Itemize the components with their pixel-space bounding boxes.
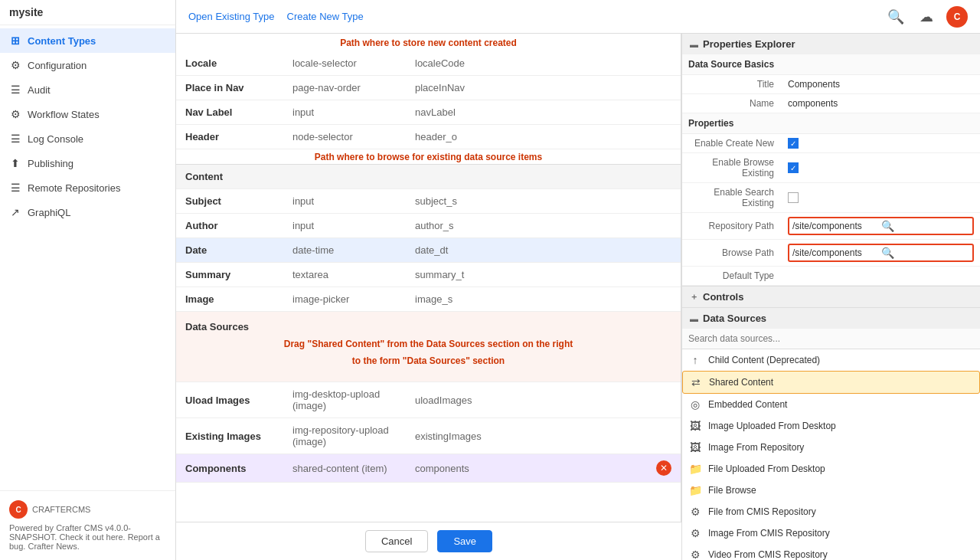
ds-item-image-repo[interactable]: 🖼 Image From Repository bbox=[682, 437, 980, 458]
browse-path-input[interactable]: /site/components 🔍 bbox=[788, 244, 974, 262]
ds-item-embedded-content[interactable]: ◎ Embedded Content bbox=[682, 394, 980, 415]
sidebar-item-graphiql[interactable]: ↗ GraphiQL bbox=[0, 200, 175, 224]
data-sources-right-header[interactable]: ▬ Data Sources bbox=[682, 308, 980, 329]
collapse-icon: ▬ bbox=[690, 40, 698, 49]
prop-row-name: Name components bbox=[682, 94, 980, 113]
field-type: textarea bbox=[283, 263, 406, 287]
table-row: Locale locale-selector localeCode bbox=[176, 51, 681, 76]
ds-item-video-cmis[interactable]: ⚙ Video From CMIS Repository bbox=[682, 544, 980, 560]
field-type: img-repository-upload(image) bbox=[283, 418, 406, 454]
grid-icon: ⊞ bbox=[9, 34, 21, 47]
enable-browse-checkbox[interactable]: ✓ bbox=[788, 162, 799, 173]
field-type: input bbox=[283, 214, 406, 238]
prop-label: Default Type bbox=[682, 267, 782, 286]
sidebar-item-log-console[interactable]: ☰ Log Console bbox=[0, 126, 175, 151]
delete-button[interactable]: ✕ bbox=[656, 460, 671, 476]
crafter-icon[interactable]: C bbox=[946, 6, 968, 28]
ds-item-file-cmis[interactable]: ⚙ File from CMIS Repository bbox=[682, 501, 980, 522]
prop-row-repo-path: Repository Path /site/components 🔍 bbox=[682, 213, 980, 240]
ds-item-child-content[interactable]: ↑ Child Content (Deprecated) bbox=[682, 349, 980, 371]
field-name: Image bbox=[176, 287, 283, 312]
field-name: Author bbox=[176, 214, 283, 238]
data-sources-table: Data Sources Drag "Shared Content" from … bbox=[176, 312, 681, 483]
crafter-logo-text: CRAFTERCMS bbox=[32, 505, 90, 514]
field-name: Locale bbox=[176, 51, 283, 76]
prop-row-enable-create: Enable Create New ✓ bbox=[682, 134, 980, 153]
data-sources-label-cell: Data Sources Drag "Shared Content" from … bbox=[176, 312, 681, 382]
ds-item-file-browse[interactable]: 📁 File Browse bbox=[682, 480, 980, 501]
open-existing-type-link[interactable]: Open Existing Type bbox=[188, 11, 275, 22]
field-type: img-desktop-upload(image) bbox=[283, 382, 406, 418]
field-var: image_s bbox=[406, 287, 681, 312]
ds-item-image-cmis[interactable]: ⚙ Image From CMIS Repository bbox=[682, 522, 980, 544]
prop-value: components bbox=[782, 94, 980, 113]
field-name: Place in Nav bbox=[176, 76, 283, 100]
table-row: Image image-picker image_s bbox=[176, 287, 681, 312]
data-sources-right-label: Data Sources bbox=[703, 313, 766, 324]
graphiql-icon: ↗ bbox=[9, 206, 21, 218]
field-name: Header bbox=[176, 125, 283, 149]
prop-value: ✓ bbox=[782, 153, 980, 183]
enable-create-checkbox[interactable]: ✓ bbox=[788, 138, 799, 149]
table-row-highlighted: Date date-time date_dt bbox=[176, 238, 681, 263]
prop-row-title: Title Components bbox=[682, 75, 980, 94]
prop-row-default-type: Default Type bbox=[682, 267, 980, 286]
table-row: Place in Nav page-nav-order placeInNav bbox=[176, 76, 681, 100]
field-name: Components bbox=[176, 454, 283, 483]
section-header-content: Content bbox=[176, 165, 681, 189]
field-var: header_o bbox=[406, 125, 681, 149]
search-icon[interactable]: 🔍 bbox=[885, 6, 906, 28]
enable-search-checkbox[interactable] bbox=[788, 192, 799, 203]
ds-item-file-desktop[interactable]: 📁 File Uploaded From Desktop bbox=[682, 458, 980, 480]
field-type: date-time bbox=[283, 238, 406, 263]
table-row: Header node-selector header_o bbox=[176, 125, 681, 149]
field-name: Uload Images bbox=[176, 382, 283, 418]
sidebar-item-content-types[interactable]: ⊞ Content Types bbox=[0, 28, 175, 53]
fields-table-top: Locale locale-selector localeCode Place … bbox=[176, 51, 681, 149]
cancel-button[interactable]: Cancel bbox=[365, 530, 428, 552]
sidebar-item-label: GraphiQL bbox=[28, 207, 70, 218]
sidebar-item-remote-repositories[interactable]: ☰ Remote Repositories bbox=[0, 175, 175, 200]
save-button[interactable]: Save bbox=[437, 530, 492, 552]
properties-explorer-header[interactable]: ▬ Properties Explorer bbox=[682, 34, 980, 54]
field-var: existingImages bbox=[406, 418, 681, 454]
ds-item-image-desktop[interactable]: 🖼 Image Uploaded From Desktop bbox=[682, 415, 980, 437]
sidebar-item-label: Content Types bbox=[28, 35, 96, 47]
field-var: subject_s bbox=[406, 189, 681, 214]
prop-label: Browse Path bbox=[682, 240, 782, 267]
sidebar-item-configuration[interactable]: ⚙ Configuration bbox=[0, 53, 175, 77]
table-row: Uload Images img-desktop-upload(image) u… bbox=[176, 382, 681, 418]
gear-icon: ⚙ bbox=[9, 59, 21, 71]
search-data-sources-input[interactable] bbox=[682, 329, 980, 349]
field-name: Date bbox=[176, 238, 283, 263]
sidebar-item-workflow-states[interactable]: ⚙ Workflow States bbox=[0, 102, 175, 126]
table-row: Author input author_s bbox=[176, 214, 681, 238]
content-table: Content Subject input subject_s Author i… bbox=[176, 164, 681, 312]
repo-path-search-icon[interactable]: 🔍 bbox=[881, 220, 970, 232]
browse-path-search-icon[interactable]: 🔍 bbox=[881, 247, 970, 259]
repository-path-input[interactable]: /site/components 🔍 bbox=[788, 217, 974, 235]
controls-header[interactable]: ＋ Controls bbox=[682, 287, 980, 307]
field-var: summary_t bbox=[406, 263, 681, 287]
sidebar-item-audit[interactable]: ☰ Audit bbox=[0, 77, 175, 102]
field-type: node-selector bbox=[283, 125, 406, 149]
child-content-icon: ↑ bbox=[688, 353, 702, 367]
controls-section: ＋ Controls bbox=[682, 287, 980, 308]
cloud-icon[interactable]: ☁ bbox=[916, 6, 937, 28]
site-name: mysite bbox=[9, 6, 43, 18]
ds-item-shared-content[interactable]: ⇄ Shared Content bbox=[682, 371, 980, 394]
browse-path-value: /site/components bbox=[792, 247, 881, 258]
footer-text1: Powered by Crafter CMS v4.0.0- bbox=[9, 523, 166, 532]
ds-item-label: Embedded Content bbox=[708, 399, 787, 410]
sidebar-item-publishing[interactable]: ⬆ Publishing bbox=[0, 151, 175, 175]
minus-icon: ▬ bbox=[690, 314, 698, 323]
section-label: Content bbox=[176, 165, 681, 189]
prop-label: Enable Search Existing bbox=[682, 183, 782, 213]
prop-value bbox=[782, 183, 980, 213]
field-type: shared-content (item) bbox=[283, 454, 406, 483]
sidebar-logo: mysite bbox=[0, 0, 175, 25]
plus-icon: ＋ bbox=[690, 291, 698, 303]
components-row: Components shared-content (item) compone… bbox=[176, 454, 681, 483]
create-new-type-link[interactable]: Create New Type bbox=[287, 11, 364, 22]
field-name: Nav Label bbox=[176, 100, 283, 125]
